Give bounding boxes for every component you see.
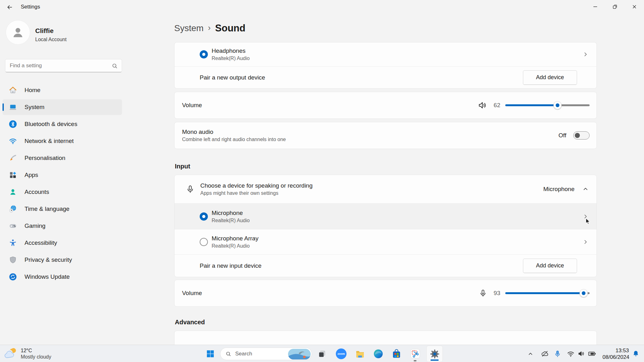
notification-bell-icon [632, 350, 640, 358]
sidebar-item-system[interactable]: System [3, 99, 122, 115]
input-chooser-title: Choose a device for speaking or recordin… [200, 182, 313, 189]
input-volume-card: Volume 93 [174, 280, 597, 307]
restore-button[interactable] [605, 0, 625, 13]
radio-unselected-icon[interactable] [200, 238, 208, 246]
chevron-right-icon[interactable] [582, 239, 589, 245]
taskbar: 12°C Mostly cloudy Search zoom [0, 345, 644, 362]
output-volume-slider[interactable] [505, 101, 590, 109]
slider-fill [505, 104, 558, 106]
search-input[interactable] [5, 59, 122, 72]
pair-output-label: Pair a new output device [200, 74, 265, 81]
taskbar-app-store[interactable] [390, 345, 403, 362]
sidebar-item-privacy[interactable]: Privacy & security [3, 252, 122, 268]
taskbar-app-zoom[interactable]: zoom [335, 345, 347, 362]
input-chooser-row[interactable]: Choose a device for speaking or recordin… [175, 175, 597, 203]
tray-time: 13:53 [602, 347, 629, 354]
speaker-icon[interactable] [478, 101, 487, 110]
add-input-device-button[interactable]: Add device [523, 259, 577, 273]
input-volume-value: 93 [492, 290, 500, 297]
sidebar-item-gaming[interactable]: Gaming [3, 218, 122, 234]
person-icon [11, 25, 25, 40]
back-button[interactable] [4, 2, 16, 12]
sidebar-item-apps[interactable]: Apps [3, 167, 122, 183]
windows-update-icon [9, 273, 17, 281]
output-device-row-headphones[interactable]: Headphones Realtek(R) Audio [175, 42, 597, 66]
weather-widget[interactable]: 12°C Mostly cloudy [3, 345, 51, 362]
sidebar-item-home[interactable]: Home [3, 82, 122, 98]
mono-audio-card: Mono audio Combine left and right audio … [174, 122, 597, 149]
running-indicator [414, 360, 417, 361]
toggle-knob[interactable] [575, 133, 580, 138]
time-language-icon [9, 205, 17, 213]
taskbar-app-file-explorer[interactable] [354, 345, 366, 362]
add-output-device-button[interactable]: Add device [523, 70, 577, 85]
radio-selected-icon[interactable] [200, 50, 208, 58]
task-view-button[interactable] [316, 345, 328, 362]
gaming-icon [9, 222, 17, 230]
toggle-state-label: Off [558, 132, 566, 139]
tray-clock[interactable]: 13:53 08/06/2024 [602, 347, 629, 361]
system-icon [9, 103, 17, 111]
sidebar-item-accessibility[interactable]: Accessibility [3, 235, 122, 251]
radio-selected-icon[interactable] [200, 212, 208, 221]
sidebar-item-accounts[interactable]: Accounts [3, 184, 122, 200]
apps-icon [9, 171, 17, 179]
taskbar-app-edge[interactable] [372, 345, 385, 362]
minimize-button[interactable] [586, 0, 605, 13]
microphone-icon[interactable] [479, 289, 487, 297]
sidebar-item-label: Accessibility [25, 239, 57, 246]
tray-show-hidden-icons[interactable] [526, 345, 535, 362]
selected-input-device: Microphone [543, 186, 575, 193]
arrow-left-icon [6, 4, 13, 11]
input-section-header: Input [175, 163, 190, 170]
pair-input-row: Pair a new input device Add device [175, 254, 597, 277]
mono-audio-title: Mono audio [182, 129, 286, 135]
search-highlight-image[interactable] [288, 349, 311, 359]
slider-fill [505, 292, 584, 294]
taskbar-search[interactable]: Search [220, 348, 312, 360]
pair-input-label: Pair a new input device [200, 262, 261, 269]
user-account-type: Local Account [35, 37, 67, 42]
slider-thumb[interactable] [553, 101, 562, 109]
advanced-section-header: Advanced [175, 319, 205, 326]
weather-icon [3, 347, 18, 361]
input-device-row-microphone[interactable]: Microphone Realtek(R) Audio [175, 203, 597, 229]
sidebar-item-bluetooth[interactable]: Bluetooth & devices [3, 116, 122, 132]
microphone-in-use-icon [554, 350, 561, 358]
input-volume-slider[interactable] [505, 289, 590, 297]
tray-battery[interactable] [586, 345, 597, 362]
tray-microphone[interactable] [552, 345, 563, 362]
sidebar-item-label: Time & language [25, 206, 69, 212]
taskbar-app-snipping-tool[interactable] [409, 345, 421, 362]
sidebar-item-label: Home [25, 87, 41, 94]
tray-wifi[interactable] [565, 345, 576, 362]
breadcrumb-separator: › [208, 23, 211, 34]
mono-audio-toggle[interactable] [573, 131, 590, 140]
tray-onedrive[interactable] [539, 345, 550, 362]
breadcrumb-parent[interactable]: System [174, 23, 203, 33]
taskbar-app-settings[interactable] [426, 346, 443, 362]
output-volume-row: Volume 62 [175, 92, 597, 118]
sidebar-item-personalisation[interactable]: Personalisation [3, 150, 122, 166]
sidebar-item-network[interactable]: Network & internet [3, 133, 122, 149]
sidebar-item-windows-update[interactable]: Windows Update [3, 269, 122, 285]
tray-speaker[interactable] [576, 345, 586, 362]
close-button[interactable] [625, 0, 644, 13]
pair-output-row: Pair a new output device Add device [175, 66, 597, 88]
chevron-right-icon[interactable] [582, 51, 589, 58]
sidebar-item-label: Apps [25, 172, 38, 178]
start-button[interactable] [204, 345, 216, 362]
weather-condition: Mostly cloudy [21, 354, 51, 360]
edge-icon [373, 349, 383, 359]
breadcrumb: System › Sound [174, 23, 245, 34]
input-device-row-microphone-array[interactable]: Microphone Array Realtek(R) Audio [175, 229, 597, 254]
input-chooser-subtitle: Apps might have their own settings [200, 190, 313, 196]
sidebar-item-time-language[interactable]: Time & language [3, 201, 122, 217]
input-device-dropdown[interactable]: Microphone [543, 186, 589, 193]
tray-notifications[interactable] [631, 345, 641, 362]
accounts-icon [9, 188, 17, 196]
chevron-up-icon [527, 350, 534, 357]
avatar[interactable] [6, 20, 30, 45]
slider-thumb[interactable] [580, 289, 588, 297]
device-name: Microphone Array [212, 235, 258, 242]
